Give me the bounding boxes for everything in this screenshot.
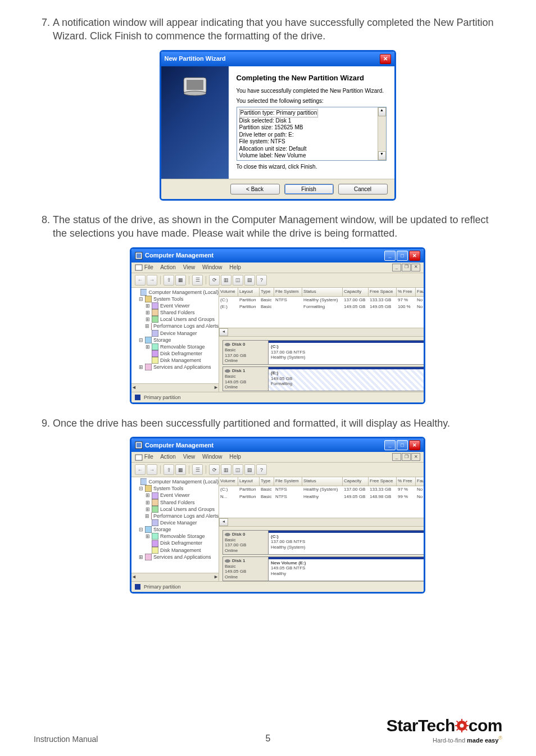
- view3-icon[interactable]: ▤: [244, 464, 255, 475]
- help-icon[interactable]: ?: [256, 275, 267, 286]
- menu-action[interactable]: Action: [160, 454, 176, 460]
- close-icon[interactable]: ✕: [409, 440, 420, 450]
- menu-window[interactable]: Window: [202, 454, 222, 460]
- tree-perf[interactable]: ⊞Performance Logs and Alerts: [133, 513, 220, 519]
- col-ft[interactable]: Fault Tolerance: [416, 288, 425, 297]
- tree-root[interactable]: Computer Management (Local): [133, 478, 220, 485]
- table-row[interactable]: (C:)PartitionBasicNTFSHealthy (System)13…: [219, 486, 425, 494]
- view2-icon[interactable]: ◫: [233, 464, 243, 475]
- col-layout[interactable]: Layout: [238, 288, 260, 297]
- disk-0-partition[interactable]: (C:) 137.00 GB NTFS Healthy (System): [269, 341, 425, 364]
- col-type[interactable]: Type: [260, 477, 274, 486]
- inner-minimize-icon[interactable]: _: [392, 453, 401, 461]
- tree-users[interactable]: ⊞Local Users and Groups: [133, 506, 220, 513]
- tree-removable[interactable]: ⊞Removable Storage: [133, 343, 220, 350]
- tree-event[interactable]: ⊞Event Viewer: [133, 302, 220, 309]
- col-status[interactable]: Status: [302, 288, 343, 297]
- minimize-icon[interactable]: _: [384, 251, 396, 261]
- tree-defrag[interactable]: Disk Defragmenter: [133, 540, 220, 546]
- col-fs[interactable]: File System: [274, 288, 302, 297]
- col-volume[interactable]: Volume: [219, 477, 238, 486]
- col-pct[interactable]: % Free: [397, 477, 416, 486]
- tree-shared[interactable]: ⊞Shared Folders: [133, 309, 220, 316]
- tree-users[interactable]: ⊞Local Users and Groups: [133, 316, 220, 323]
- minimize-icon[interactable]: _: [384, 440, 396, 450]
- table-hscroll[interactable]: ◄►: [219, 328, 425, 336]
- inner-minimize-icon[interactable]: _: [392, 264, 401, 271]
- col-status[interactable]: Status: [302, 477, 343, 486]
- disk-0[interactable]: Disk 0 Basic 137.00 GB Online (C:) 137.0…: [222, 530, 425, 555]
- col-fs[interactable]: File System: [274, 477, 302, 486]
- nav-fwd-icon[interactable]: →: [147, 464, 157, 475]
- table-row[interactable]: (E:)PartitionBasicFormatting149.05 GB149…: [219, 304, 425, 311]
- tree-storage[interactable]: ⊟Storage: [133, 337, 220, 343]
- tree-services[interactable]: ⊞Services and Applications: [133, 364, 220, 370]
- scroll-up-icon[interactable]: ▲: [378, 107, 386, 116]
- disk-1[interactable]: Disk 1 Basic 149.05 GB Online (E:) 149.0…: [222, 366, 425, 391]
- up-icon[interactable]: ⇧: [163, 464, 174, 475]
- nav-back-icon[interactable]: ←: [135, 275, 146, 286]
- help-icon[interactable]: ?: [256, 464, 267, 475]
- properties-icon[interactable]: ☰: [192, 464, 203, 475]
- tree-shared[interactable]: ⊞Shared Folders: [133, 499, 220, 506]
- maximize-icon[interactable]: □: [397, 440, 408, 450]
- menu-view[interactable]: View: [183, 264, 196, 270]
- disk-0[interactable]: Disk 0 Basic 137.00 GB Online (C:) 137.0…: [222, 340, 425, 365]
- view1-icon[interactable]: ▥: [221, 464, 231, 475]
- tree-system-tools[interactable]: ⊟System Tools: [133, 485, 220, 492]
- disk-1-partition[interactable]: New Volume (E:) 149.05 GB NTFS Healthy: [269, 557, 425, 581]
- inner-close-icon[interactable]: ✕: [411, 453, 420, 461]
- tree-system-tools[interactable]: ⊟System Tools: [133, 296, 220, 302]
- tree-removable[interactable]: ⊞Removable Storage: [133, 533, 220, 540]
- tree-services[interactable]: ⊞Services and Applications: [133, 554, 220, 560]
- nav-fwd-icon[interactable]: →: [147, 275, 157, 286]
- col-volume[interactable]: Volume: [219, 288, 238, 297]
- tree-perf[interactable]: ⊞Performance Logs and Alerts: [133, 323, 220, 329]
- menu-action[interactable]: Action: [160, 264, 176, 270]
- back-button[interactable]: < Back: [230, 184, 280, 195]
- menu-window[interactable]: Window: [202, 264, 222, 270]
- tree-device[interactable]: Device Manager: [133, 519, 220, 526]
- view3-icon[interactable]: ▤: [244, 275, 255, 286]
- nav-back-icon[interactable]: ←: [135, 464, 146, 475]
- menu-file[interactable]: File: [144, 454, 153, 460]
- settings-scrollbar[interactable]: ▲ ▼: [378, 107, 386, 160]
- col-free[interactable]: Free Space: [369, 288, 397, 297]
- col-type[interactable]: Type: [260, 288, 274, 297]
- disk-1[interactable]: Disk 1 Basic 149.05 GB Online New Volume…: [222, 556, 425, 581]
- menu-file[interactable]: File: [144, 264, 153, 270]
- col-pct[interactable]: % Free: [397, 288, 416, 297]
- table-row[interactable]: (C:)PartitionBasicNTFSHealthy (System)13…: [219, 297, 425, 304]
- tree-hscroll[interactable]: ◄►: [131, 383, 219, 392]
- close-icon[interactable]: ✕: [409, 251, 420, 261]
- col-free[interactable]: Free Space: [369, 477, 397, 486]
- refresh-icon[interactable]: ⟳: [209, 464, 220, 475]
- tree-hscroll[interactable]: ◄►: [131, 573, 219, 581]
- menu-help[interactable]: Help: [229, 264, 241, 270]
- col-layout[interactable]: Layout: [238, 477, 260, 486]
- view2-icon[interactable]: ◫: [233, 275, 243, 286]
- inner-close-icon[interactable]: ✕: [411, 264, 420, 271]
- tree-diskmgmt[interactable]: Disk Management: [133, 547, 220, 554]
- tree-storage[interactable]: ⊟Storage: [133, 526, 220, 533]
- up-icon[interactable]: ⇧: [163, 275, 174, 286]
- table-row[interactable]: N...PartitionBasicNTFSHealthy149.05 GB14…: [219, 494, 425, 501]
- close-icon[interactable]: ✕: [380, 54, 391, 64]
- disk-0-partition[interactable]: (C:) 137.00 GB NTFS Healthy (System): [269, 531, 425, 554]
- tree-icon[interactable]: ▦: [175, 464, 186, 475]
- table-hscroll[interactable]: ◄►: [219, 518, 425, 526]
- tree-defrag[interactable]: Disk Defragmenter: [133, 350, 220, 357]
- tree-root[interactable]: Computer Management (Local): [133, 289, 220, 296]
- properties-icon[interactable]: ☰: [192, 275, 203, 286]
- inner-restore-icon[interactable]: ❐: [402, 264, 411, 271]
- cancel-button[interactable]: Cancel: [338, 184, 388, 195]
- scroll-down-icon[interactable]: ▼: [378, 151, 386, 160]
- tree-diskmgmt[interactable]: Disk Management: [133, 357, 220, 364]
- col-capacity[interactable]: Capacity: [343, 288, 369, 297]
- inner-restore-icon[interactable]: ❐: [402, 453, 411, 461]
- menu-help[interactable]: Help: [229, 454, 241, 460]
- finish-button[interactable]: Finish: [284, 184, 334, 195]
- refresh-icon[interactable]: ⟳: [209, 275, 220, 286]
- disk-1-partition[interactable]: (E:) 149.05 GB Formatting: [269, 367, 425, 391]
- col-capacity[interactable]: Capacity: [343, 477, 369, 486]
